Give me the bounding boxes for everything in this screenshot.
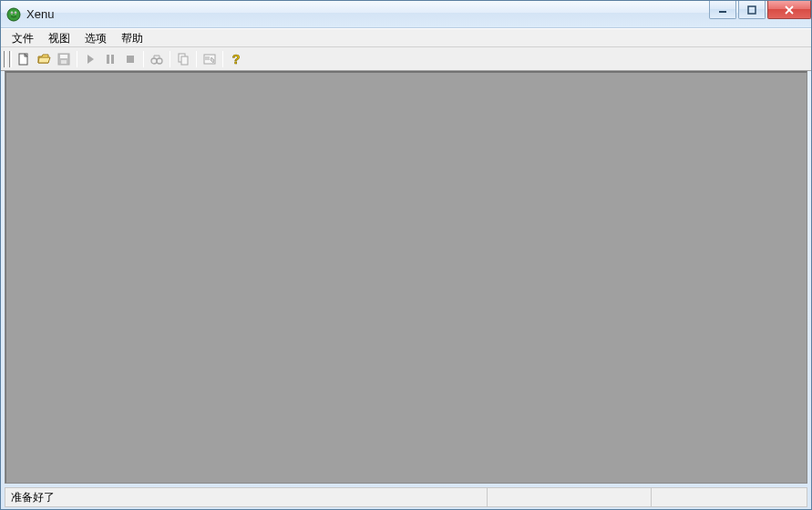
minimize-icon — [718, 5, 727, 15]
save-icon — [57, 52, 71, 66]
toolbar-separator — [222, 51, 223, 67]
status-mid — [488, 488, 652, 506]
window-title: Xenu — [26, 7, 707, 21]
binoculars-icon — [149, 52, 164, 66]
app-icon — [6, 7, 21, 22]
open-button[interactable] — [34, 49, 54, 69]
mdi-client-area — [5, 71, 807, 484]
properties-button[interactable] — [200, 49, 220, 69]
pause-icon — [103, 52, 118, 66]
pause-button[interactable] — [100, 49, 120, 69]
svg-rect-20 — [181, 56, 188, 65]
status-bar: 准备好了 — [5, 487, 807, 507]
menu-help[interactable]: 帮助 — [114, 29, 150, 46]
svg-rect-11 — [60, 55, 67, 58]
toolbar-separator — [170, 51, 170, 67]
svg-point-0 — [7, 8, 20, 21]
minimize-button[interactable] — [709, 1, 736, 19]
copy-icon — [176, 52, 190, 66]
toolbar-grip[interactable] — [9, 51, 12, 67]
toolbar-separator — [143, 51, 144, 67]
svg-point-16 — [151, 58, 157, 64]
svg-point-3 — [11, 12, 12, 13]
maximize-icon — [747, 5, 756, 15]
menu-bar: 文件 视图 选项 帮助 — [1, 28, 811, 47]
toolbar-grip[interactable] — [4, 51, 6, 67]
svg-text:?: ? — [232, 52, 241, 66]
svg-rect-14 — [111, 55, 114, 64]
play-button[interactable] — [80, 49, 100, 69]
menu-file[interactable]: 文件 — [5, 29, 41, 46]
close-icon — [784, 5, 795, 15]
toolbar-separator — [196, 51, 197, 67]
svg-rect-6 — [748, 6, 755, 14]
open-folder-icon — [36, 52, 51, 66]
find-button[interactable] — [147, 49, 167, 69]
svg-point-4 — [15, 12, 15, 13]
menu-options[interactable]: 选项 — [77, 29, 114, 46]
close-button[interactable] — [767, 1, 811, 19]
status-right — [652, 488, 807, 506]
menu-view[interactable]: 视图 — [41, 29, 77, 46]
svg-rect-15 — [127, 56, 134, 63]
about-button[interactable]: ? — [226, 49, 246, 69]
stop-icon — [123, 52, 138, 66]
help-icon: ? — [229, 52, 243, 66]
play-icon — [83, 52, 98, 66]
save-button[interactable] — [54, 49, 74, 69]
svg-rect-13 — [107, 55, 109, 64]
window-controls — [707, 1, 811, 19]
copy-button[interactable] — [173, 49, 193, 69]
svg-rect-5 — [719, 11, 726, 13]
title-bar[interactable]: Xenu — [1, 1, 811, 28]
new-file-icon — [16, 52, 31, 66]
stop-button[interactable] — [120, 49, 140, 69]
new-button[interactable] — [14, 49, 34, 69]
app-window: Xenu 文件 视图 选项 帮助 — [0, 0, 812, 510]
properties-icon — [202, 52, 217, 66]
maximize-button[interactable] — [738, 1, 766, 19]
svg-point-17 — [157, 58, 162, 64]
toolbar: ? — [1, 47, 811, 71]
status-ready: 准备好了 — [5, 488, 488, 506]
svg-rect-12 — [61, 60, 67, 64]
toolbar-separator — [77, 51, 77, 67]
